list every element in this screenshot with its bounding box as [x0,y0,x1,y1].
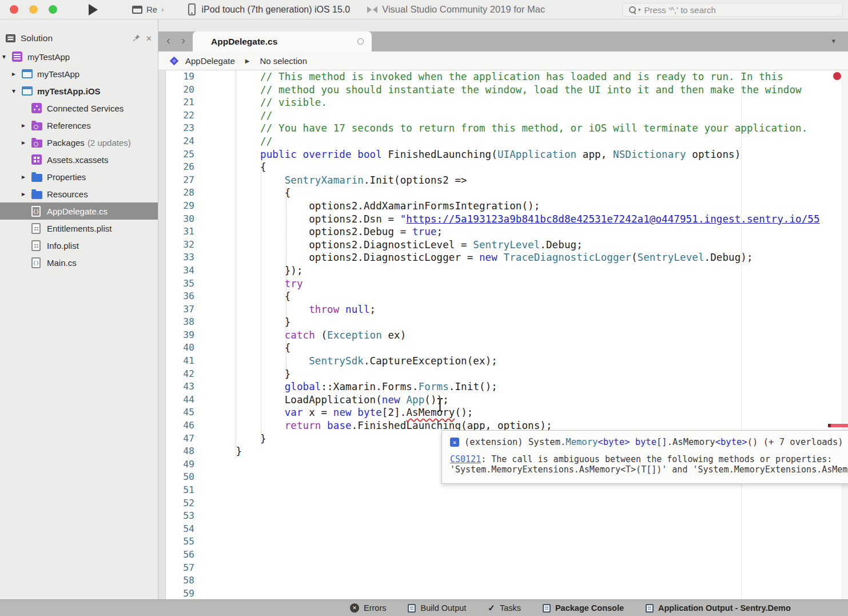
navigate-forward-icon[interactable]: › [181,33,185,47]
code-line-41[interactable]: 41 SentrySdk.CaptureException(ex); [166,355,848,368]
code-text: catch (Exception ex) [212,329,406,342]
code-line-21[interactable]: 21 // visible. [166,96,848,109]
code-line-51[interactable]: 51 [166,484,848,497]
tree-item-packages[interactable]: ▸Packages(2 updates) [0,134,158,151]
code-line-32[interactable]: 32 options2.DiagnosticLevel = SentryLeve… [166,239,848,252]
run-configuration-selector[interactable]: Re › [132,5,164,14]
code-line-58[interactable]: 58 [166,574,848,587]
run-button[interactable] [89,4,98,15]
search-icon [628,6,636,14]
code-line-36[interactable]: 36 { [166,290,848,303]
line-number: 25 [166,148,206,161]
tree-item-appdelegate-cs[interactable]: {}AppDelegate.cs [0,202,158,220]
breadcrumb-class[interactable]: AppDelegate [185,56,235,66]
line-number: 52 [166,497,206,510]
code-line-20[interactable]: 20 // method you should instantiate the … [166,84,848,97]
code-line-52[interactable]: 52 [166,497,848,510]
solution-pad-title: Solution [21,33,128,43]
code-line-42[interactable]: 42 } [166,368,848,381]
tree-item-assets-xcassets[interactable]: Assets.xcassets [0,151,158,168]
caret-down-icon[interactable]: ▾ [2,53,12,61]
pad-button-build-output[interactable]: Build Output [408,603,466,613]
code-line-23[interactable]: 23 // You have 17 seconds to return from… [166,122,848,135]
code-line-57[interactable]: 57 [166,562,848,575]
caret-right-icon[interactable]: ▸ [12,70,22,78]
caret-down-icon[interactable]: ▾ [12,87,22,95]
tree-item-main-cs[interactable]: {}Main.cs [0,254,158,271]
tree-item-references[interactable]: ▸References [0,117,158,134]
tree-item-mytestapp-ios[interactable]: ▾myTestApp.iOS [0,82,158,100]
minimize-window-button[interactable] [29,5,38,14]
breakpoint-margin[interactable] [158,70,166,599]
tree-item-properties[interactable]: ▸Properties [0,168,158,185]
caret-right-icon[interactable]: ▸ [22,121,31,129]
code-text: } [212,445,242,458]
code-line-56[interactable]: 56 [166,549,848,562]
code-line-33[interactable]: 33 options2.DiagnosticLogger = new Trace… [166,251,848,264]
close-pad-icon[interactable]: ✕ [146,35,152,42]
code-line-25[interactable]: 25 public override bool FinishedLaunchin… [166,148,848,161]
maximize-window-button[interactable] [49,5,57,14]
pad-button-package-console[interactable]: Package Console [543,603,624,613]
breadcrumb: AppDelegate ▶ No selection [158,51,848,70]
code-line-43[interactable]: 43 global::Xamarin.Forms.Forms.Init(); [166,380,848,394]
code-line-55[interactable]: 55 [166,535,848,549]
code-line-30[interactable]: 30 options2.Dsn = "https://5a193123a9b84… [166,213,848,226]
csharp-file-icon: {} [31,257,41,268]
code-line-59[interactable]: 59 [166,587,848,599]
code-line-53[interactable]: 53 [166,510,848,523]
breadcrumb-separator-icon: ▶ [245,58,250,64]
error-indicator-icon[interactable] [833,72,841,80]
device-selector[interactable]: iPod touch (7th generation) iOS 15.0 [188,3,351,15]
folder-icon [31,122,42,130]
code-line-44[interactable]: 44 LoadApplication(new App()); [166,394,848,407]
code-line-45[interactable]: 45 var x = new byte[2].AsMemory(); [166,406,848,419]
line-number: 37 [166,303,206,316]
code-line-27[interactable]: 27 SentryXamarin.Init(options2 => [166,174,848,187]
tree-item-label: myTestApp [37,69,79,79]
line-number: 19 [166,70,206,84]
navigate-back-icon[interactable]: ‹ [166,33,170,47]
error-code-link[interactable]: CS0121 [450,454,481,464]
caret-right-icon[interactable]: ▸ [22,138,31,146]
search-input[interactable]: ▾ Press '^,' to search [622,3,843,17]
code-line-26[interactable]: 26 { [166,161,848,174]
tree-item-info-plist[interactable]: Info.plist [0,237,158,254]
tab-appdelegate[interactable]: AppDelegate.cs [193,31,372,51]
pad-button-errors[interactable]: ✕Errors [350,603,386,613]
code-text: public override bool FinishedLaunching(U… [212,148,740,161]
code-line-40[interactable]: 40 { [166,341,848,355]
code-line-34[interactable]: 34 }); [166,264,848,277]
pad-button-application-output-sentry-demo[interactable]: Application Output - Sentry.Demo [646,603,791,613]
code-line-54[interactable]: 54 [166,523,848,536]
code-text: { [212,161,266,174]
caret-right-icon[interactable]: ▸ [22,190,31,198]
close-window-button[interactable] [10,5,18,14]
line-number: 49 [166,458,206,471]
tree-item-connected-services[interactable]: Connected Services [0,100,158,117]
tree-item-mytestapp[interactable]: ▸myTestApp [0,65,158,82]
window-toolbar: Re › iPod touch (7th generation) iOS 15.… [0,0,848,19]
code-line-24[interactable]: 24 // [166,135,848,148]
code-line-35[interactable]: 35 try [166,277,848,291]
caret-right-icon[interactable]: ▸ [22,173,31,181]
code-line-39[interactable]: 39 catch (Exception ex) [166,329,848,342]
code-editor[interactable]: 19 // This method is invoked when the ap… [158,70,848,599]
scrollbar-error-marker[interactable] [828,424,848,427]
breadcrumb-selection[interactable]: No selection [260,56,307,66]
tree-item-resources[interactable]: ▸Resources [0,185,158,202]
tree-item-entitlements-plist[interactable]: Entitlements.plist [0,220,158,237]
code-line-28[interactable]: 28 { [166,186,848,200]
code-line-38[interactable]: 38 } [166,316,848,329]
tree-item-mytestapp[interactable]: ▾myTestApp [0,48,158,65]
code-line-29[interactable]: 29 options2.AddXamarinFormsIntegration()… [166,200,848,213]
pin-pad-icon[interactable] [133,34,141,43]
tab-list-dropdown-icon[interactable]: ▾ [831,37,835,45]
error-tooltip: ✕ (extension) System.Memory<byte> byte[]… [441,430,848,484]
solution-tree: ▾myTestApp▸myTestApp▾myTestApp.iOSConnec… [0,48,158,271]
code-line-22[interactable]: 22 // [166,109,848,122]
code-line-31[interactable]: 31 options2.Debug = true; [166,225,848,239]
pad-button-tasks[interactable]: ✓Tasks [488,603,521,613]
code-line-37[interactable]: 37 throw null; [166,303,848,316]
code-line-19[interactable]: 19 // This method is invoked when the ap… [166,70,848,84]
